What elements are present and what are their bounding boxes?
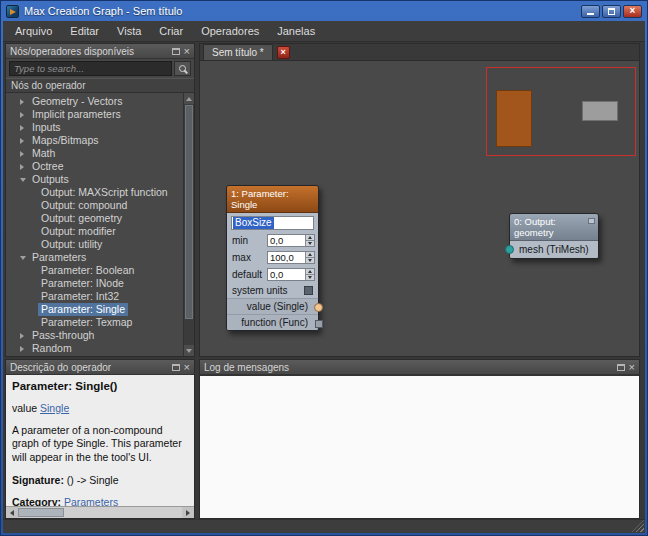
node-collapse-icon[interactable] xyxy=(588,218,595,224)
scrollbar-track[interactable] xyxy=(184,320,194,345)
title-bar[interactable]: Max Creation Graph - Sem título × xyxy=(1,1,647,21)
scroll-right-icon[interactable] xyxy=(182,507,194,518)
function-output-port[interactable] xyxy=(315,320,323,328)
tree-item-parameter-inode[interactable]: Parameter: INode xyxy=(6,277,183,290)
menu-janelas[interactable]: Janelas xyxy=(268,22,324,40)
maximize-button[interactable] xyxy=(602,5,621,18)
expand-icon[interactable] xyxy=(20,164,29,170)
output-node[interactable]: 0: Output: geometry mesh (TriMesh) xyxy=(509,213,599,259)
field-label: default xyxy=(232,269,267,280)
float-panel-icon[interactable] xyxy=(172,48,180,55)
close-panel-icon[interactable]: × xyxy=(184,47,190,56)
tree-item-pass-through[interactable]: Pass-through xyxy=(6,329,183,342)
tree-item-output-compound[interactable]: Output: compound xyxy=(6,199,183,212)
log-panel-title: Log de mensagens xyxy=(204,362,613,373)
search-button[interactable] xyxy=(174,61,191,76)
tree-item-parameter-int32[interactable]: Parameter: Int32 xyxy=(6,290,183,303)
spinner[interactable] xyxy=(305,252,314,263)
operator-group-header[interactable]: Nós do operador xyxy=(6,78,194,93)
tree-item-implicit-parameters[interactable]: Implicit parameters xyxy=(6,108,183,121)
close-button[interactable]: × xyxy=(623,5,642,18)
tree-item-output-geometry[interactable]: Output: geometry xyxy=(6,212,183,225)
float-panel-icon[interactable] xyxy=(172,364,180,371)
resize-grip[interactable] xyxy=(632,520,644,532)
app-window: Max Creation Graph - Sem título × Arquiv… xyxy=(0,0,648,536)
close-panel-icon[interactable]: × xyxy=(629,363,635,372)
field-input-default[interactable]: 0,0 xyxy=(267,268,315,281)
tree-item-strings[interactable]: Strings xyxy=(6,355,183,356)
output-port-row: function (Func) xyxy=(227,314,318,330)
parameter-node[interactable]: 1: Parameter: Single BoxSize min0,0max10… xyxy=(226,185,319,331)
tree-item-label: Maps/Bitmaps xyxy=(29,134,102,147)
hscrollbar-thumb[interactable] xyxy=(18,508,64,517)
tree-item-output-utility[interactable]: Output: utility xyxy=(6,238,183,251)
float-panel-icon[interactable] xyxy=(617,364,625,371)
scroll-up-icon[interactable] xyxy=(184,93,194,104)
expand-icon[interactable] xyxy=(20,112,29,118)
category-line: Category: Parameters xyxy=(12,496,188,506)
spinner[interactable] xyxy=(305,269,314,280)
output-node-header[interactable]: 0: Output: geometry xyxy=(510,214,598,241)
menu-vista[interactable]: Vista xyxy=(108,22,150,40)
expand-icon[interactable] xyxy=(20,333,29,339)
menu-arquivo[interactable]: Arquivo xyxy=(6,22,61,40)
spinner[interactable] xyxy=(305,235,314,246)
tree-item-parameter-texmap[interactable]: Parameter: Texmap xyxy=(6,316,183,329)
tree-item-octree[interactable]: Octree xyxy=(6,160,183,173)
tree-item-output-modifier[interactable]: Output: modifier xyxy=(6,225,183,238)
tree-item-inputs[interactable]: Inputs xyxy=(6,121,183,134)
nodes-panel-titlebar[interactable]: Nós/operadores disponíveis × xyxy=(6,44,194,59)
value-output-port[interactable] xyxy=(314,303,323,312)
menu-criar[interactable]: Criar xyxy=(150,22,192,40)
spinner-down-icon[interactable] xyxy=(306,274,314,280)
tree-item-maps-bitmaps[interactable]: Maps/Bitmaps xyxy=(6,134,183,147)
collapse-icon[interactable] xyxy=(20,256,29,260)
tree-scrollbar-thumb[interactable] xyxy=(185,105,193,319)
category-parameters-link[interactable]: Parameters xyxy=(64,496,118,506)
spinner-down-icon[interactable] xyxy=(306,257,314,263)
main-area: Nós/operadores disponíveis × Nós do oper… xyxy=(3,42,645,533)
expand-icon[interactable] xyxy=(20,99,29,105)
parameter-node-header[interactable]: 1: Parameter: Single xyxy=(227,186,318,213)
hscrollbar-track[interactable] xyxy=(64,507,182,518)
tree-item-random[interactable]: Random xyxy=(6,342,183,355)
tab-close-button[interactable]: × xyxy=(277,46,290,59)
description-panel-titlebar[interactable]: Descrição do operador × xyxy=(6,360,194,375)
search-input[interactable] xyxy=(9,61,172,76)
tree-item-parameter-boolean[interactable]: Parameter: Boolean xyxy=(6,264,183,277)
spinner-down-icon[interactable] xyxy=(306,240,314,246)
tree-item-parameter-single[interactable]: Parameter: Single xyxy=(6,303,183,316)
tree-item-label: Parameter: Texmap xyxy=(38,316,135,329)
tree-item-geometry-vectors[interactable]: Geometry - Vectors xyxy=(6,95,183,108)
system-units-checkbox[interactable] xyxy=(304,286,313,295)
field-input-min[interactable]: 0,0 xyxy=(267,234,315,247)
scroll-left-icon[interactable] xyxy=(6,507,18,518)
tree-item-outputs[interactable]: Outputs xyxy=(6,173,183,186)
close-panel-icon[interactable]: × xyxy=(184,363,190,372)
tree-item-math[interactable]: Math xyxy=(6,147,183,160)
log-panel-titlebar[interactable]: Log de mensagens × xyxy=(200,360,639,375)
minimap[interactable] xyxy=(486,67,636,156)
minimize-button[interactable] xyxy=(581,5,600,18)
operator-tree-container: Geometry - VectorsImplicit parametersInp… xyxy=(6,93,194,356)
tree-item-parameters[interactable]: Parameters xyxy=(6,251,183,264)
mesh-input-port[interactable] xyxy=(505,245,514,254)
param-name-field[interactable]: BoxSize xyxy=(231,216,314,230)
tree-item-output-maxscript-function[interactable]: Output: MAXScript function xyxy=(6,186,183,199)
tree-scrollbar[interactable] xyxy=(183,93,194,356)
expand-icon[interactable] xyxy=(20,125,29,131)
expand-icon[interactable] xyxy=(20,346,29,352)
collapse-icon[interactable] xyxy=(20,178,29,182)
single-type-link[interactable]: Single xyxy=(40,402,69,414)
graph-canvas[interactable]: 1: Parameter: Single BoxSize min0,0max10… xyxy=(200,61,639,356)
description-panel: Descrição do operador × Parameter: Singl… xyxy=(5,359,195,519)
menu-operadores[interactable]: Operadores xyxy=(192,22,268,40)
field-input-max[interactable]: 100,0 xyxy=(267,251,315,264)
expand-icon[interactable] xyxy=(20,138,29,144)
expand-icon[interactable] xyxy=(20,151,29,157)
system-units-label: system units xyxy=(232,285,304,296)
scroll-down-icon[interactable] xyxy=(184,345,194,356)
description-hscrollbar[interactable] xyxy=(6,506,194,518)
menu-editar[interactable]: Editar xyxy=(61,22,108,40)
graph-tab[interactable]: Sem título * xyxy=(203,44,273,60)
